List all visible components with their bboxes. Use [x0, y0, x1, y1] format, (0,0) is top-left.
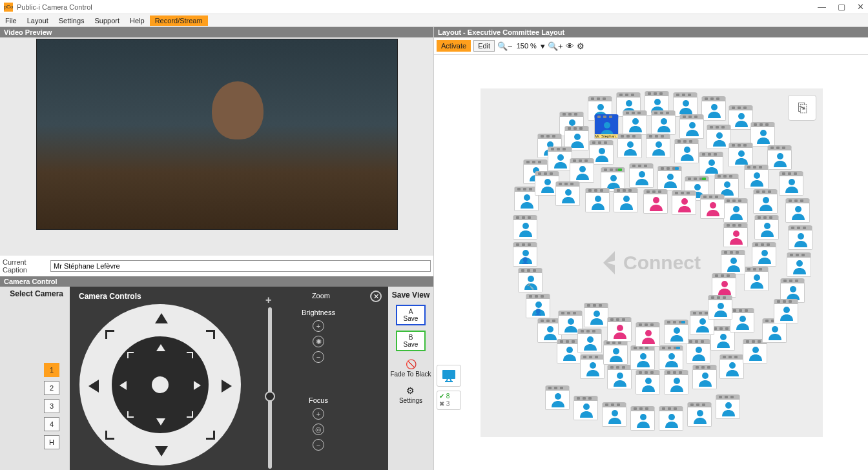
- camera-select-3[interactable]: 3: [44, 399, 59, 413]
- seat[interactable]: [580, 354, 604, 379]
- seat[interactable]: 🔧: [518, 268, 542, 292]
- zoom-out-icon[interactable]: 🔍−: [497, 41, 513, 51]
- seat[interactable]: [767, 145, 792, 170]
- pan-left[interactable]: [119, 381, 127, 390]
- seat[interactable]: [774, 299, 798, 323]
- seat[interactable]: [672, 190, 696, 215]
- focus-out-icon[interactable]: −: [313, 439, 324, 451]
- seat[interactable]: [659, 345, 683, 370]
- seat[interactable]: [617, 134, 642, 158]
- seat[interactable]: [785, 198, 810, 223]
- seat[interactable]: [607, 317, 632, 342]
- seat[interactable]: [646, 134, 670, 158]
- seat[interactable]: [753, 189, 778, 214]
- brightness-auto-icon[interactable]: ✺: [313, 336, 324, 347]
- pan-down[interactable]: [156, 418, 165, 425]
- zoom-knob[interactable]: [265, 391, 275, 402]
- seat[interactable]: [673, 92, 698, 117]
- pan-downleft[interactable]: [127, 411, 134, 418]
- seat[interactable]: [723, 223, 748, 247]
- seat[interactable]: [545, 385, 570, 410]
- menu-layout[interactable]: Layout: [22, 15, 54, 26]
- zoom-slider[interactable]: [268, 307, 272, 469]
- seat[interactable]: [555, 181, 580, 206]
- close-button[interactable]: ✕: [857, 2, 864, 12]
- settings-icon[interactable]: ⚙: [406, 385, 415, 396]
- seat[interactable]: [513, 215, 537, 240]
- presentation-screen-icon[interactable]: [437, 365, 461, 387]
- minimize-button[interactable]: —: [818, 2, 826, 12]
- layout-canvas[interactable]: Connect ⎘ Mr. Stephan...👤🔧👤 ✔ 8 ✖ 3: [434, 55, 868, 470]
- seat[interactable]: [602, 402, 626, 427]
- pan-left-fast[interactable]: [88, 380, 99, 393]
- seat[interactable]: [603, 340, 628, 365]
- zoom-in-icon[interactable]: 🔍+: [548, 41, 563, 51]
- seat[interactable]: [712, 273, 736, 298]
- seat[interactable]: [730, 308, 754, 332]
- seat[interactable]: [674, 139, 699, 163]
- seat[interactable]: [548, 147, 572, 171]
- seat[interactable]: [636, 322, 660, 347]
- seat[interactable]: [750, 122, 775, 147]
- seat[interactable]: [585, 188, 610, 212]
- seat[interactable]: [744, 267, 769, 291]
- seat[interactable]: [788, 225, 812, 250]
- seat[interactable]: [700, 194, 725, 219]
- seat[interactable]: [570, 158, 594, 183]
- seat[interactable]: [701, 96, 726, 121]
- camera-select-1[interactable]: 1: [44, 363, 59, 377]
- camera-select-h[interactable]: H: [44, 435, 59, 449]
- seat[interactable]: [657, 166, 682, 190]
- camera-select-4[interactable]: 4: [44, 417, 59, 431]
- menu-file[interactable]: File: [0, 15, 22, 26]
- seat[interactable]: [679, 114, 704, 139]
- seat[interactable]: [752, 242, 776, 267]
- seat[interactable]: [708, 295, 732, 320]
- activate-button[interactable]: Activate: [437, 40, 471, 52]
- pan-upleft[interactable]: [127, 352, 134, 358]
- seat[interactable]: [744, 165, 769, 189]
- seat[interactable]: [699, 152, 723, 176]
- seat[interactable]: [651, 110, 676, 135]
- zoom-dropdown-icon[interactable]: ▾: [541, 41, 545, 51]
- brightness-up-icon[interactable]: +: [313, 320, 324, 332]
- seat[interactable]: [607, 365, 632, 389]
- layout-settings-icon[interactable]: ⚙: [577, 41, 584, 51]
- pan-upleft-fast[interactable]: [105, 330, 114, 339]
- seat[interactable]: 👤: [526, 294, 550, 318]
- seat[interactable]: [664, 370, 688, 394]
- save-view-a-button[interactable]: ASave: [396, 305, 426, 325]
- brightness-down-icon[interactable]: −: [313, 351, 324, 363]
- seat[interactable]: Mr. Stephan...: [594, 114, 619, 139]
- maximize-button[interactable]: ▢: [838, 2, 845, 12]
- pan-right[interactable]: [194, 381, 201, 390]
- seat[interactable]: [574, 396, 598, 420]
- seat[interactable]: [787, 252, 811, 277]
- pan-downright-fast[interactable]: [206, 431, 215, 440]
- seat[interactable]: [716, 394, 740, 419]
- focus-auto-icon[interactable]: ◎: [313, 424, 324, 435]
- menu-support[interactable]: Support: [90, 15, 125, 26]
- menu-recordstream[interactable]: Record/Stream: [150, 15, 208, 26]
- seat[interactable]: [779, 171, 803, 196]
- seat[interactable]: [614, 188, 638, 212]
- seat[interactable]: [707, 125, 731, 149]
- pan-up-fast[interactable]: [155, 313, 168, 323]
- fade-to-black-icon[interactable]: 🚫: [406, 359, 417, 369]
- pan-downleft-fast[interactable]: [105, 431, 114, 440]
- seat[interactable]: [636, 370, 660, 394]
- save-view-b-button[interactable]: BSave: [396, 331, 426, 351]
- seat[interactable]: [721, 250, 745, 274]
- camera-select-2[interactable]: 2: [44, 381, 59, 395]
- seat[interactable]: [723, 198, 748, 223]
- pan-upright-fast[interactable]: [206, 330, 215, 339]
- seat[interactable]: [728, 143, 753, 167]
- pan-right-fast[interactable]: [222, 380, 232, 393]
- ptz-joystick[interactable]: [79, 304, 241, 465]
- close-controls-icon[interactable]: ✕: [370, 291, 382, 302]
- seat[interactable]: [630, 345, 655, 370]
- seat[interactable]: [623, 110, 647, 135]
- seat[interactable]: 👤: [513, 242, 537, 267]
- seat[interactable]: [659, 406, 683, 431]
- seat[interactable]: [728, 105, 753, 130]
